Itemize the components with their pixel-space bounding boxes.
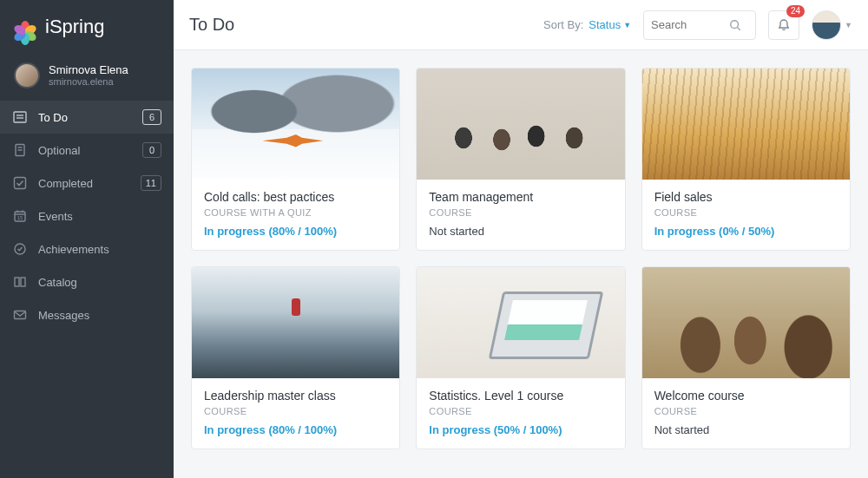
course-status: In progress (50% / 100%) [429,423,612,436]
card-body: Leadership master class COURSE In progre… [192,378,399,449]
svg-line-17 [738,27,740,29]
catalog-icon [12,274,28,290]
avatar-icon [812,10,841,40]
course-status: In progress (80% / 100%) [204,423,387,436]
svg-rect-0 [14,112,26,122]
course-card[interactable]: Leadership master class COURSE In progre… [191,266,400,449]
search-input[interactable] [651,18,729,31]
card-body: Team management COURSE Not started [417,180,624,250]
course-card[interactable]: Cold calls: best pactices COURSE WITH A … [191,68,400,251]
mail-icon [12,307,28,323]
course-status: In progress (0% / 50%) [654,225,838,238]
document-icon [12,142,28,158]
profile-names: Smirnova Elena smirnova.elena [49,63,128,88]
sidebar-item-achievements[interactable]: Achievements [0,232,174,265]
sidebar-item-label: Events [38,210,161,223]
svg-rect-14 [21,278,25,286]
profile-block[interactable]: Smirnova Elena smirnova.elena [0,54,174,101]
course-title: Team management [429,190,612,204]
sidebar-item-label: Completed [38,177,130,190]
sidebar-badge: 6 [142,109,161,125]
sidebar-item-events[interactable]: 15 Events [0,200,174,232]
sidebar-item-label: Messages [38,309,161,322]
chevron-down-icon: ▼ [845,21,852,29]
course-thumbnail [417,69,624,180]
card-body: Cold calls: best pactices COURSE WITH A … [192,180,399,250]
course-subtitle: COURSE [204,406,387,416]
page-title: To Do [189,15,234,35]
card-body: Welcome course COURSE Not started [642,378,850,449]
course-subtitle: COURSE [654,207,838,218]
sidebar-item-label: Optional [38,144,132,157]
svg-rect-6 [15,178,26,189]
check-square-icon [12,175,28,191]
course-status: In progress (80% / 100%) [204,225,387,238]
sidebar-item-messages[interactable]: Messages [0,298,174,331]
brand-name: iSpring [45,16,104,38]
sidebar-item-label: To Do [38,111,132,124]
course-card[interactable]: Statistics. Level 1 course COURSE In pro… [416,266,625,449]
course-status: Not started [654,423,838,436]
sidebar-item-label: Catalog [38,276,161,289]
ispring-logo-icon [14,16,36,38]
course-status: Not started [429,225,612,238]
course-subtitle: COURSE [429,406,612,416]
sort-value[interactable]: Status ▼ [589,18,631,31]
profile-full-name: Smirnova Elena [49,63,128,77]
bell-icon [777,18,791,32]
sidebar-item-optional[interactable]: Optional 0 [0,134,174,167]
course-thumbnail [192,69,399,180]
search-icon [729,19,741,31]
course-subtitle: COURSE [429,207,612,218]
svg-rect-13 [15,278,19,286]
notification-count: 24 [786,5,805,17]
course-title: Leadership master class [204,389,387,403]
badge-icon [12,241,28,257]
svg-point-16 [731,20,739,28]
course-subtitle: COURSE WITH A QUIZ [204,207,387,218]
course-title: Cold calls: best pactices [204,190,387,204]
course-thumbnail [642,69,850,180]
search-box[interactable] [643,10,756,40]
course-grid: Cold calls: best pactices COURSE WITH A … [191,68,851,449]
course-card[interactable]: Field sales COURSE In progress (0% / 50%… [641,68,851,251]
sort-label: Sort By: [543,18,583,31]
calendar-icon: 15 [12,208,28,224]
chevron-down-icon: ▼ [623,21,631,29]
sidebar-badge: 0 [142,142,161,158]
sidebar-item-todo[interactable]: To Do 6 [0,101,174,134]
user-menu[interactable]: ▼ [812,10,852,40]
profile-login: smirnova.elena [49,76,128,88]
svg-text:15: 15 [17,215,23,220]
course-card[interactable]: Welcome course COURSE Not started [641,266,851,449]
course-thumbnail [417,267,624,378]
sidebar: iSpring Smirnova Elena smirnova.elena To… [0,0,174,478]
course-title: Welcome course [654,389,838,403]
app-root: iSpring Smirnova Elena smirnova.elena To… [0,0,868,478]
sort-control: Sort By: Status ▼ [543,18,631,31]
card-body: Statistics. Level 1 course COURSE In pro… [417,378,624,449]
notifications-button[interactable]: 24 [768,10,799,40]
list-icon [12,109,28,125]
course-thumbnail [192,267,399,378]
topbar: To Do Sort By: Status ▼ 24 [174,0,868,50]
card-body: Field sales COURSE In progress (0% / 50%… [642,180,850,250]
course-thumbnail [642,267,850,378]
sidebar-item-label: Achievements [38,243,161,256]
sidebar-item-completed[interactable]: Completed 11 [0,167,174,200]
sidebar-item-catalog[interactable]: Catalog [0,265,174,298]
main: To Do Sort By: Status ▼ 24 [174,0,868,478]
nav: To Do 6 Optional 0 Completed 11 15 [0,101,174,331]
course-title: Statistics. Level 1 course [429,389,612,403]
avatar-icon [14,62,40,88]
brand: iSpring [0,0,174,54]
course-card[interactable]: Team management COURSE Not started [416,68,625,251]
course-title: Field sales [654,190,838,204]
content-area: Cold calls: best pactices COURSE WITH A … [174,50,868,478]
course-subtitle: COURSE [654,406,838,416]
sidebar-badge: 11 [141,175,161,191]
